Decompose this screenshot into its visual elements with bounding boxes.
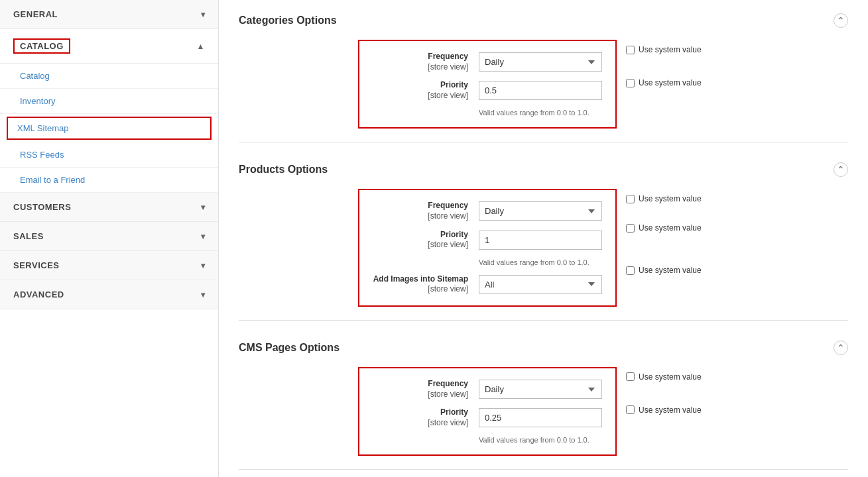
prod-frequency-use-system-label: Use system value bbox=[639, 194, 702, 203]
cms-title: CMS Pages Options bbox=[239, 342, 340, 354]
prod-priority-label: Priority [store view] bbox=[373, 230, 479, 250]
products-title-row: Products Options ⌃ bbox=[239, 162, 848, 177]
products-checkboxes: Use system value Use system value Use sy… bbox=[626, 189, 702, 275]
categories-content: Frequency [store view] Always Hourly Dai… bbox=[239, 40, 848, 129]
prod-add-images-use-system-label: Use system value bbox=[639, 266, 702, 275]
catalog-sub-items: Catalog Inventory XML Sitemap RSS Feeds … bbox=[0, 64, 218, 193]
prod-add-images-select[interactable]: None Base Only All bbox=[479, 275, 602, 294]
cat-frequency-use-system: Use system value bbox=[626, 45, 702, 54]
sidebar-section-advanced-label: ADVANCED bbox=[13, 290, 64, 299]
prod-frequency-select[interactable]: Always Hourly Daily Weekly Monthly Yearl… bbox=[479, 201, 602, 221]
sidebar-chevron-catalog: ▲ bbox=[197, 42, 205, 51]
prod-add-images-row: Add Images into Sitemap [store view] Non… bbox=[373, 274, 602, 295]
cat-frequency-select[interactable]: Always Hourly Daily Weekly Monthly Yearl… bbox=[479, 52, 602, 72]
cms-frequency-use-system: Use system value bbox=[626, 372, 702, 382]
prod-add-images-use-system: Use system value bbox=[626, 266, 702, 275]
cat-priority-hint: Valid values range from 0.0 to 1.0. bbox=[373, 109, 602, 117]
sidebar-chevron-customers: ▾ bbox=[201, 203, 206, 212]
sidebar-item-xml-sitemap[interactable]: XML Sitemap bbox=[7, 117, 212, 140]
categories-options-section: Categories Options ⌃ Frequency [store vi… bbox=[239, 13, 848, 142]
sidebar-section-sales-label: SALES bbox=[13, 231, 44, 241]
sidebar-section-catalog-label: CATALOG bbox=[13, 38, 70, 54]
prod-frequency-use-system-checkbox[interactable] bbox=[626, 195, 635, 203]
prod-frequency-control: Always Hourly Daily Weekly Monthly Yearl… bbox=[479, 201, 602, 221]
cat-frequency-label: Frequency [store view] bbox=[373, 52, 479, 72]
cms-priority-control bbox=[479, 408, 602, 427]
sidebar-chevron-sales: ▾ bbox=[201, 232, 206, 241]
cms-pages-options-section: CMS Pages Options ⌃ Frequency [store vie… bbox=[239, 341, 848, 470]
sidebar-item-rss-feeds[interactable]: RSS Feeds bbox=[0, 142, 218, 168]
cat-priority-use-system: Use system value bbox=[626, 78, 702, 87]
sidebar-item-email-to-friend[interactable]: Email to a Friend bbox=[0, 168, 218, 193]
sidebar-item-inventory[interactable]: Inventory bbox=[0, 89, 218, 114]
prod-priority-use-system-label: Use system value bbox=[639, 223, 702, 233]
sidebar: GENERAL ▾ CATALOG ▲ Catalog Inventory XM… bbox=[0, 0, 219, 477]
prod-add-images-label: Add Images into Sitemap [store view] bbox=[373, 274, 479, 295]
cms-checkboxes: Use system value Use system value bbox=[626, 367, 702, 415]
products-options-section: Products Options ⌃ Frequency [store view… bbox=[239, 162, 848, 321]
cat-priority-use-system-label: Use system value bbox=[639, 78, 702, 87]
sidebar-item-catalog[interactable]: Catalog bbox=[0, 64, 218, 89]
cms-priority-use-system-checkbox[interactable] bbox=[626, 405, 635, 414]
categories-collapse-button[interactable]: ⌃ bbox=[834, 13, 848, 28]
prod-add-images-control: None Base Only All bbox=[479, 275, 602, 294]
products-config-box: Frequency [store view] Always Hourly Dai… bbox=[358, 189, 617, 307]
sidebar-section-services-label: SERVICES bbox=[13, 260, 60, 270]
cms-priority-hint: Valid values range from 0.0 to 1.0. bbox=[373, 436, 602, 444]
cms-priority-row: Priority [store view] bbox=[373, 407, 602, 428]
sidebar-chevron-advanced: ▾ bbox=[201, 290, 206, 299]
cms-frequency-control: Always Hourly Daily Weekly Monthly Yearl… bbox=[479, 380, 602, 399]
cat-frequency-use-system-label: Use system value bbox=[639, 45, 702, 54]
sidebar-chevron-services: ▾ bbox=[201, 261, 206, 270]
cat-priority-input[interactable] bbox=[479, 81, 602, 100]
sidebar-section-sales[interactable]: SALES ▾ bbox=[0, 222, 218, 251]
cat-priority-label: Priority [store view] bbox=[373, 80, 479, 101]
categories-config-box: Frequency [store view] Always Hourly Dai… bbox=[358, 40, 617, 129]
cms-collapse-button[interactable]: ⌃ bbox=[834, 341, 848, 355]
cms-priority-use-system: Use system value bbox=[626, 405, 702, 415]
cat-frequency-row: Frequency [store view] Always Hourly Dai… bbox=[373, 52, 602, 72]
cms-priority-label: Priority [store view] bbox=[373, 407, 479, 428]
products-content: Frequency [store view] Always Hourly Dai… bbox=[239, 189, 848, 307]
cms-frequency-select[interactable]: Always Hourly Daily Weekly Monthly Yearl… bbox=[479, 380, 602, 399]
products-title: Products Options bbox=[239, 164, 328, 176]
sidebar-chevron-general: ▾ bbox=[201, 10, 206, 19]
prod-frequency-row: Frequency [store view] Always Hourly Dai… bbox=[373, 201, 602, 221]
cat-frequency-use-system-checkbox[interactable] bbox=[626, 46, 635, 54]
prod-add-images-use-system-checkbox[interactable] bbox=[626, 266, 635, 275]
cat-priority-control bbox=[479, 81, 602, 100]
cms-frequency-use-system-checkbox[interactable] bbox=[626, 372, 635, 381]
sidebar-section-catalog[interactable]: CATALOG ▲ bbox=[0, 29, 218, 64]
products-collapse-button[interactable]: ⌃ bbox=[834, 162, 848, 177]
sidebar-section-customers-label: CUSTOMERS bbox=[13, 202, 71, 212]
cms-title-row: CMS Pages Options ⌃ bbox=[239, 341, 848, 355]
prod-priority-use-system: Use system value bbox=[626, 223, 702, 233]
cat-frequency-control: Always Hourly Daily Weekly Monthly Yearl… bbox=[479, 52, 602, 72]
cat-priority-use-system-checkbox[interactable] bbox=[626, 79, 635, 87]
prod-frequency-use-system: Use system value bbox=[626, 194, 702, 203]
prod-priority-input[interactable] bbox=[479, 231, 602, 250]
cms-config-box: Frequency [store view] Always Hourly Dai… bbox=[358, 367, 617, 456]
cat-priority-row: Priority [store view] bbox=[373, 80, 602, 101]
prod-priority-control bbox=[479, 231, 602, 250]
cms-frequency-label: Frequency [store view] bbox=[373, 379, 479, 399]
prod-priority-use-system-checkbox[interactable] bbox=[626, 224, 635, 233]
categories-title: Categories Options bbox=[239, 15, 337, 26]
cms-content: Frequency [store view] Always Hourly Dai… bbox=[239, 367, 848, 456]
cms-priority-input[interactable] bbox=[479, 408, 602, 427]
sidebar-section-customers[interactable]: CUSTOMERS ▾ bbox=[0, 193, 218, 222]
sidebar-section-general[interactable]: GENERAL ▾ bbox=[0, 0, 218, 29]
categories-checkboxes: Use system value Use system value bbox=[626, 40, 702, 87]
sidebar-section-advanced[interactable]: ADVANCED ▾ bbox=[0, 280, 218, 309]
sidebar-section-services[interactable]: SERVICES ▾ bbox=[0, 251, 218, 280]
cms-frequency-row: Frequency [store view] Always Hourly Dai… bbox=[373, 379, 602, 399]
prod-priority-row: Priority [store view] bbox=[373, 230, 602, 250]
main-content: Categories Options ⌃ Frequency [store vi… bbox=[219, 0, 868, 477]
categories-title-row: Categories Options ⌃ bbox=[239, 13, 848, 28]
cms-frequency-use-system-label: Use system value bbox=[639, 372, 702, 382]
prod-frequency-label: Frequency [store view] bbox=[373, 201, 479, 221]
sidebar-section-general-label: GENERAL bbox=[13, 9, 58, 19]
prod-priority-hint: Valid values range from 0.0 to 1.0. bbox=[373, 258, 602, 266]
cms-priority-use-system-label: Use system value bbox=[639, 405, 702, 415]
